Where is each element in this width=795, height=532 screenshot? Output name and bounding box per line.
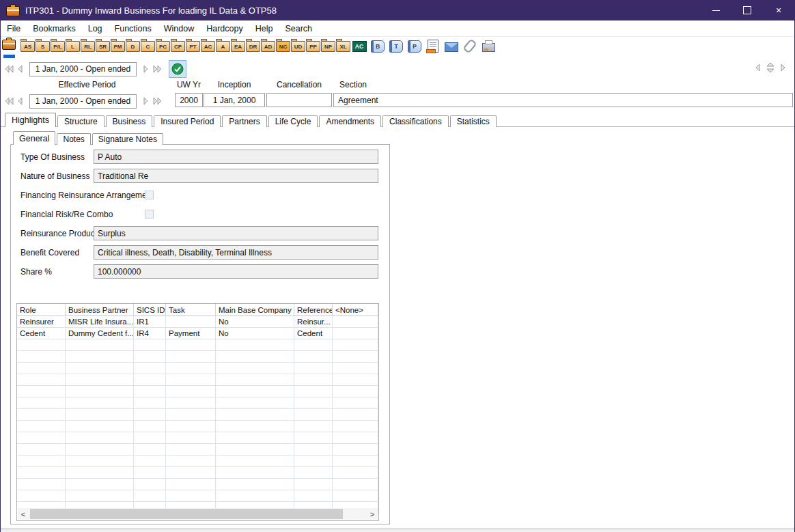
toolbar-button-pt[interactable]: PT	[186, 37, 200, 53]
next-period-button[interactable]	[141, 95, 152, 107]
toolbar-button-attachment[interactable]	[462, 37, 478, 53]
tab-business[interactable]: Business	[106, 115, 153, 127]
toolbar-button-ad[interactable]: AD	[261, 37, 275, 53]
menu-item-help[interactable]: Help	[249, 24, 279, 33]
toolbar-button-home[interactable]	[2, 37, 18, 53]
menu-item-bookmarks[interactable]: Bookmarks	[27, 24, 82, 33]
next-record-button[interactable]	[141, 63, 152, 75]
horizontal-scrollbar[interactable]: < >	[18, 508, 378, 520]
toolbar-button-book-t[interactable]: T	[388, 37, 404, 53]
toolbar-button-a[interactable]: A	[216, 37, 230, 53]
section-sort-button[interactable]	[763, 61, 778, 74]
section-previous-button[interactable]	[752, 61, 763, 74]
toolbar-button-report[interactable]	[425, 37, 441, 53]
menu-item-hardcopy[interactable]: Hardcopy	[200, 24, 249, 33]
menu-item-file[interactable]: File	[1, 24, 27, 33]
column-header-1[interactable]: Business Partner	[66, 304, 134, 316]
scroll-left-button[interactable]: <	[18, 508, 29, 520]
tab-highlights[interactable]: Highlights	[5, 113, 56, 127]
column-header-3[interactable]: Task	[166, 304, 216, 316]
toolbar-button-ud[interactable]: UD	[291, 37, 305, 53]
toolbar-button-ac[interactable]: AC	[201, 37, 215, 53]
cell	[134, 363, 166, 374]
uw-yr-field[interactable]: 2000	[175, 93, 203, 107]
toolbar-button-mail[interactable]	[443, 37, 460, 53]
column-header-2[interactable]: SICS ID	[134, 304, 166, 316]
column-header-0[interactable]: Role	[17, 304, 66, 316]
last-record-button[interactable]	[152, 63, 163, 75]
menu-item-search[interactable]: Search	[279, 24, 318, 33]
toolbar-button-pc[interactable]: PC	[156, 37, 170, 53]
cell	[17, 490, 66, 502]
toolbar-button-print[interactable]	[480, 37, 497, 53]
toolbar-button-pl[interactable]: P/L	[51, 37, 65, 53]
cell	[166, 479, 216, 490]
toolbar-button-ac-green[interactable]: AC	[351, 37, 367, 53]
benefit-covered-field[interactable]: Critical illness, Death, Disability, Ter…	[94, 245, 378, 260]
toolbar-button-dr[interactable]: DR	[246, 37, 260, 53]
tab-amendments[interactable]: Amendments	[319, 115, 381, 127]
toolbar-button-nc[interactable]: NC	[276, 37, 290, 53]
section-next-button[interactable]	[778, 61, 789, 74]
inception-field[interactable]: 1 Jan, 2000	[204, 93, 265, 107]
toolbar-button-rl[interactable]: RL	[81, 37, 95, 53]
column-header-5[interactable]: Reference	[294, 304, 333, 316]
toolbar-button-l[interactable]: L	[66, 37, 80, 53]
financing-reinsurance-arrangement-checkbox[interactable]	[145, 191, 154, 199]
period-navigator-value[interactable]: 1 Jan, 2000 - Open ended	[29, 62, 137, 76]
toolbar-button-as[interactable]: AS	[20, 37, 35, 53]
tab-statistics[interactable]: Statistics	[450, 115, 497, 127]
toolbar-button-d[interactable]: D	[126, 37, 140, 53]
tab-structure[interactable]: Structure	[57, 115, 104, 127]
toolbar-button-book-p[interactable]: P	[406, 37, 423, 53]
column-header-4[interactable]: Main Base Company	[216, 304, 294, 316]
previous-record-button[interactable]	[14, 63, 25, 75]
scrollbar-thumb[interactable]	[30, 509, 343, 519]
financial-risk-re-combo-checkbox[interactable]	[145, 210, 154, 219]
table-row-1[interactable]: CedentDummy Cedent f...IR4PaymentNoCeden…	[17, 328, 378, 339]
tab-partners[interactable]: Partners	[222, 115, 266, 127]
toolbar-button-s[interactable]: S	[36, 37, 50, 53]
toolbar-button-pm[interactable]: PM	[111, 37, 125, 53]
maximize-button[interactable]	[731, 0, 763, 20]
type-of-business-field[interactable]: P Auto	[94, 150, 378, 164]
toolbar-button-xl[interactable]: XL	[336, 37, 350, 53]
effective-period-value[interactable]: 1 Jan, 2000 - Open ended	[29, 94, 137, 109]
first-record-button[interactable]	[3, 63, 14, 75]
close-button[interactable]: ×	[763, 0, 794, 20]
cancellation-field[interactable]	[266, 93, 332, 107]
reinsurance-product-field[interactable]: Surplus	[94, 226, 378, 240]
menu-item-window[interactable]: Window	[158, 24, 200, 33]
scroll-right-button[interactable]: >	[367, 508, 378, 520]
toolbar-button-np[interactable]: NP	[321, 37, 335, 53]
folder-icon-cp: CP	[171, 41, 185, 52]
menu-item-functions[interactable]: Functions	[109, 24, 158, 33]
table-row-0[interactable]: ReinsurerMISR Life Insura...IR1NoReinsur…	[17, 316, 378, 328]
folder-icon-ud: UD	[291, 41, 305, 52]
menu-item-log[interactable]: Log	[82, 24, 109, 33]
minimize-button[interactable]	[700, 0, 731, 20]
cell	[17, 444, 66, 456]
last-period-button[interactable]	[152, 95, 163, 107]
first-period-button[interactable]	[3, 95, 14, 107]
share-percent-field[interactable]: 100.000000	[94, 264, 378, 279]
section-field[interactable]: Agreement	[333, 93, 793, 107]
toolbar-button-c[interactable]: C	[141, 37, 155, 53]
previous-period-button[interactable]	[14, 95, 25, 107]
confirm-button[interactable]	[169, 60, 186, 78]
tab-life-cycle[interactable]: Life Cycle	[268, 115, 318, 127]
cell	[166, 374, 216, 386]
column-header-6[interactable]: <None>	[333, 304, 378, 316]
toolbar-button-pp[interactable]: PP	[306, 37, 320, 53]
tab-classifications[interactable]: Classifications	[382, 115, 449, 127]
toolbar-button-sr[interactable]: SR	[96, 37, 110, 53]
tab-insured-period[interactable]: Insured Period	[154, 115, 221, 127]
nature-of-business-field[interactable]: Traditional Re	[94, 169, 378, 183]
subtab-signature-notes[interactable]: Signature Notes	[92, 133, 163, 145]
subtab-general[interactable]: General	[13, 131, 55, 145]
toolbar-button-book-b[interactable]: B	[369, 37, 386, 53]
printer-icon	[482, 43, 495, 52]
toolbar-button-cp[interactable]: CP	[171, 37, 185, 53]
toolbar-button-ea[interactable]: EA	[231, 37, 245, 53]
subtab-notes[interactable]: Notes	[57, 133, 90, 145]
